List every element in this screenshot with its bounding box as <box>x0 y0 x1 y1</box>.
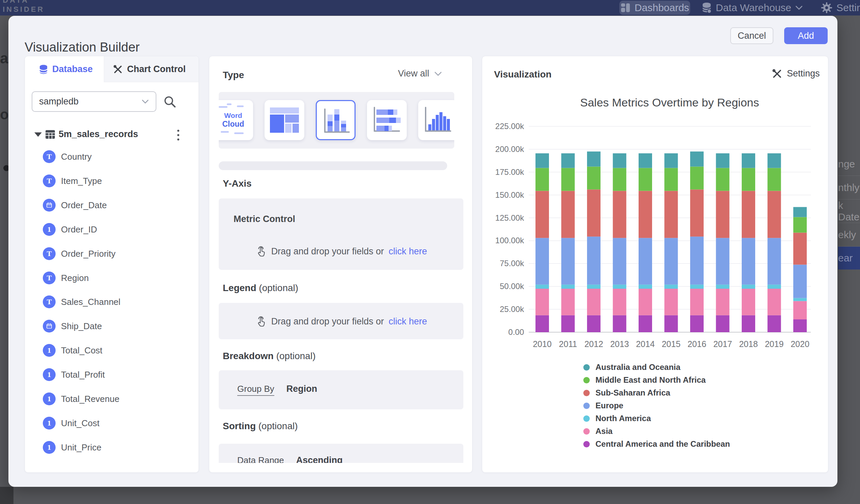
bar-segment <box>535 191 549 238</box>
chart-type-treemap[interactable] <box>264 100 304 140</box>
bar-segment <box>690 289 704 315</box>
field-label: Unit_Price <box>61 442 101 453</box>
cancel-button[interactable]: Cancel <box>730 27 773 44</box>
database-icon <box>39 64 48 74</box>
x-axis-label: 2014 <box>636 339 655 349</box>
nav-dashboards[interactable]: Dashboards <box>619 1 690 15</box>
number-field-icon: 1 <box>43 392 56 405</box>
app-logo: DATA INSIDER <box>3 0 44 14</box>
bar-segment <box>690 285 704 289</box>
bar-segment <box>664 238 678 284</box>
visualization-panel: Visualization Settings Sales Metrics Ove… <box>482 56 828 473</box>
nav-data-warehouse[interactable]: Data Warehouse <box>702 0 803 15</box>
field-item-unit_cost[interactable]: 1Unit_Cost <box>25 414 199 433</box>
bar-segment <box>768 238 781 284</box>
click-here-link[interactable]: click here <box>389 316 427 327</box>
chevron-down-icon <box>142 99 149 104</box>
legend-item[interactable]: Central America and the Caribbean <box>583 438 730 450</box>
chart-type-strip[interactable]: WordCloud <box>219 92 454 148</box>
bar-segment <box>690 189 704 236</box>
chart-type-column[interactable] <box>418 100 454 140</box>
group-by-label[interactable]: Group By <box>237 384 274 396</box>
word-cloud-word: Cloud <box>219 119 253 129</box>
chart-type-word-cloud[interactable]: WordCloud <box>219 100 253 140</box>
legend-item[interactable]: Europe <box>583 399 730 412</box>
view-all-button[interactable]: View all <box>398 68 459 79</box>
x-axis-label: 2015 <box>662 339 681 349</box>
breakdown-box[interactable]: Group By Region <box>219 370 463 409</box>
tab-database[interactable]: Database <box>39 56 93 82</box>
legend-item[interactable]: North America <box>583 412 730 425</box>
field-item-order_date[interactable]: Order_Date <box>25 196 199 215</box>
field-item-total_profit[interactable]: 1Total_Profit <box>25 365 199 384</box>
sorting-box[interactable]: Data Range Ascending <box>219 444 463 463</box>
legend-dot-icon <box>583 441 590 447</box>
sort-field-label[interactable]: Data Range <box>237 455 284 463</box>
bar-segment <box>561 315 575 332</box>
bar-segment <box>561 191 575 238</box>
svg-text:175.00k: 175.00k <box>496 168 524 176</box>
bar-segment <box>535 153 549 168</box>
bar-segment <box>587 236 601 285</box>
bar-segment <box>613 285 627 289</box>
metric-control-dropzone[interactable]: Metric Control Drag and drop your fields… <box>219 199 463 270</box>
y-axis-heading: Y-Axis <box>223 178 252 189</box>
x-axis-label: 2013 <box>610 339 629 349</box>
bar-segment <box>716 289 730 315</box>
database-icon <box>702 2 712 13</box>
bar-segment <box>561 153 575 168</box>
field-item-region[interactable]: TRegion <box>25 269 199 287</box>
table-tree-row[interactable]: 5m_sales_records <box>25 127 199 142</box>
background-menu-item: k Date <box>838 199 860 223</box>
bar-segment <box>690 315 704 332</box>
field-label: Unit_Cost <box>61 418 99 429</box>
field-item-ship_date[interactable]: Ship_Date <box>25 317 199 335</box>
add-button[interactable]: Add <box>784 27 828 44</box>
bar-segment <box>716 238 730 284</box>
bar-segment <box>613 238 627 284</box>
number-field-icon: 1 <box>43 368 56 381</box>
search-button[interactable] <box>161 93 178 110</box>
legend-dot-icon <box>583 415 590 422</box>
field-item-country[interactable]: TCountry <box>25 147 199 166</box>
field-item-unit_price[interactable]: 1Unit_Price <box>25 438 199 457</box>
field-item-order_priority[interactable]: TOrder_Priority <box>25 244 199 263</box>
field-item-item_type[interactable]: TItem_Type <box>25 172 199 190</box>
horizontal-scrollbar[interactable] <box>219 161 447 170</box>
chart-type-stacked-column[interactable] <box>316 100 356 140</box>
field-item-total_revenue[interactable]: 1Total_Revenue <box>25 389 199 408</box>
bar-segment <box>561 238 575 284</box>
legend-dot-icon <box>583 364 590 371</box>
field-item-order_id[interactable]: 1Order_ID <box>25 220 199 239</box>
nav-settings[interactable]: Settings <box>821 0 860 15</box>
legend-item[interactable]: Sub-Saharan Africa <box>583 386 730 399</box>
click-here-link[interactable]: click here <box>389 246 427 257</box>
bar-segment <box>561 285 575 289</box>
kebab-menu-icon[interactable] <box>176 128 181 142</box>
background-menu-item: ear <box>838 247 860 270</box>
legend-item[interactable]: Middle East and North Africa <box>583 374 730 386</box>
database-select[interactable]: sampledb <box>32 91 156 112</box>
legend-item[interactable]: Asia <box>583 425 730 438</box>
bar-segment <box>664 289 678 315</box>
number-field-icon: 1 <box>43 417 56 430</box>
bar-segment <box>768 153 781 168</box>
bar-segment <box>664 315 678 332</box>
bar-segment <box>613 315 627 332</box>
legend-item[interactable]: Australia and Oceania <box>583 361 730 374</box>
chart-type-stacked-bar[interactable] <box>367 100 407 140</box>
settings-button[interactable]: Settings <box>772 68 820 79</box>
gear-icon <box>821 2 832 13</box>
top-navigation-bar: DATA INSIDER Dashboards Data Warehouse <box>0 0 860 15</box>
tab-chart-control[interactable]: Chart Control <box>113 56 186 82</box>
database-panel: Database Chart Control sampledb <box>25 56 199 473</box>
caret-down-icon[interactable] <box>34 132 42 137</box>
legend-dropzone[interactable]: Drag and drop your fields or click here <box>219 303 463 339</box>
svg-text:225.00k: 225.00k <box>496 121 524 131</box>
x-axis-label: 2010 <box>533 339 551 349</box>
date-field-icon <box>43 320 56 332</box>
field-item-sales_channel[interactable]: TSales_Channel <box>25 292 199 311</box>
field-item-total_cost[interactable]: 1Total_Cost <box>25 341 199 360</box>
bar-segment <box>587 289 601 315</box>
svg-text:0.00: 0.00 <box>508 328 524 336</box>
